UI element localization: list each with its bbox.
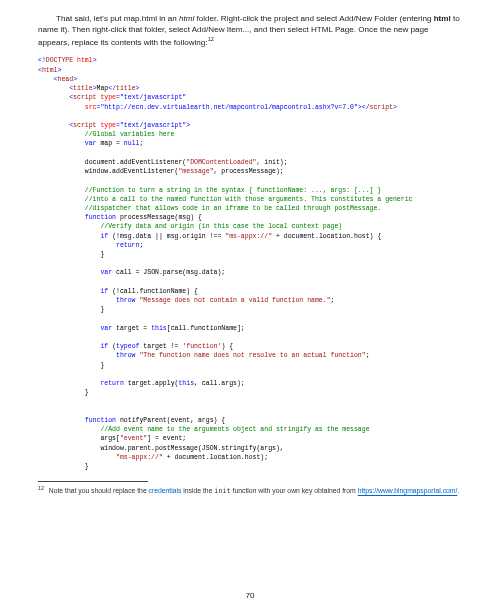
page-number: 70 <box>0 591 500 602</box>
code-block: <!DOCTYPE html> <html> <head> <title>Map… <box>38 56 462 471</box>
footnote-text1: Note that you should replace the <box>47 488 149 495</box>
footnote-marker: 12 <box>38 485 44 491</box>
footnote-mono: init <box>214 488 230 496</box>
footnote-text2: inside the <box>181 488 214 495</box>
footnote-credentials: credentials <box>149 488 182 495</box>
intro-mid1: folder. Right-click the project and sele… <box>194 14 433 23</box>
intro-paragraph: That said, let's put map.html in an html… <box>38 14 462 48</box>
intro-bold: html <box>434 14 451 23</box>
footnote: 12 Note that you should replace the cred… <box>38 485 462 496</box>
footnote-period: . <box>457 488 459 495</box>
footnote-link[interactable]: https://www.bingmapsportal.com/ <box>358 488 458 495</box>
intro-sup: 12 <box>208 36 214 42</box>
footnote-separator <box>38 481 148 482</box>
intro-lead: That said, let's put map.html in an <box>56 14 179 23</box>
footnote-text3: function with your own key obtained from <box>231 488 358 495</box>
intro-italic: html <box>179 14 194 23</box>
